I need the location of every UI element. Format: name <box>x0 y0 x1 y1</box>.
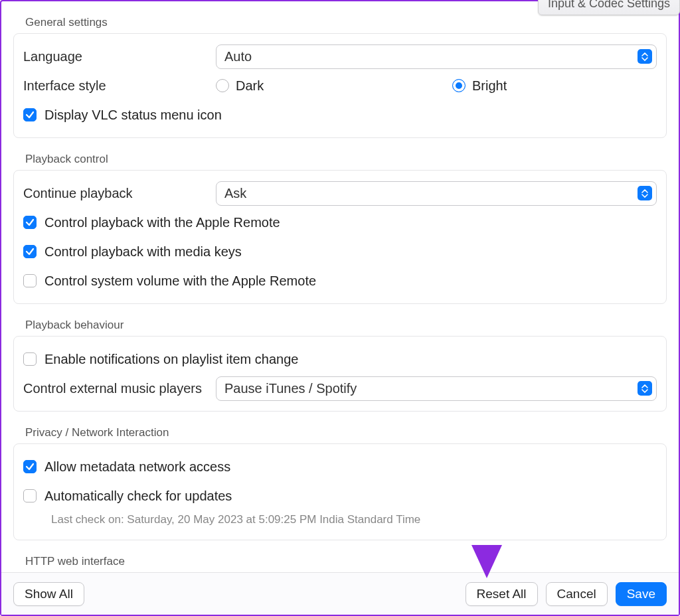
row-interface-style: Interface style Dark Bright <box>23 71 657 100</box>
section-body-general: Language Auto Interface style <box>13 33 667 138</box>
row-notifications[interactable]: Enable notifications on playlist item ch… <box>23 345 657 374</box>
radio-icon <box>216 79 229 92</box>
interface-style-bright[interactable]: Bright <box>452 78 507 94</box>
chevron-up-down-icon <box>638 381 652 396</box>
continue-playback-label: Continue playback <box>23 186 216 201</box>
button-label: Reset All <box>477 587 527 601</box>
checkbox-icon <box>23 216 37 229</box>
section-privacy: Privacy / Network Interaction Allow meta… <box>13 416 667 540</box>
notifications-label: Enable notifications on playlist item ch… <box>44 352 298 367</box>
apple-remote-label: Control playback with the Apple Remote <box>44 215 280 230</box>
section-playback-behaviour: Playback behaviour Enable notifications … <box>13 308 667 412</box>
radio-label-dark: Dark <box>236 78 264 94</box>
row-external-players: Control external music players Pause iTu… <box>23 374 657 403</box>
preferences-window: Input & Codec Settings General settings … <box>0 0 680 616</box>
chevron-up-down-icon <box>638 186 652 200</box>
tab-label: Input & Codec Settings <box>548 0 670 10</box>
checkbox-icon <box>23 245 37 258</box>
language-select[interactable]: Auto <box>216 44 657 69</box>
checkbox-icon <box>23 460 37 473</box>
button-label: Cancel <box>557 587 596 601</box>
last-check-hint: Last check on: Saturday, 20 May 2023 at … <box>23 510 657 532</box>
checkbox-icon <box>23 352 37 366</box>
row-apple-remote[interactable]: Control playback with the Apple Remote <box>23 208 657 237</box>
reset-all-button[interactable]: Reset All <box>466 582 538 606</box>
external-players-value: Pause iTunes / Spotify <box>224 381 638 396</box>
tab-input-codec[interactable]: Input & Codec Settings <box>538 0 680 15</box>
system-volume-label: Control system volume with the Apple Rem… <box>44 273 316 289</box>
interface-style-dark[interactable]: Dark <box>216 78 419 94</box>
checkbox-icon <box>23 489 37 502</box>
radio-icon <box>452 79 466 92</box>
section-body-playback-behaviour: Enable notifications on playlist item ch… <box>13 336 667 412</box>
continue-playback-select[interactable]: Ask <box>216 181 657 206</box>
show-all-button[interactable]: Show All <box>13 582 84 606</box>
section-general: General settings Language Auto <box>13 5 667 138</box>
row-system-volume[interactable]: Control system volume with the Apple Rem… <box>23 266 657 295</box>
row-continue-playback: Continue playback Ask <box>23 179 657 208</box>
button-label: Save <box>627 587 655 601</box>
section-http: HTTP web interface Enable HTTP web inter… <box>13 544 667 572</box>
interface-style-radio-group: Dark Bright <box>216 78 657 94</box>
media-keys-label: Control playback with media keys <box>44 244 242 260</box>
section-body-privacy: Allow metadata network access Automatica… <box>13 443 667 540</box>
language-label: Language <box>23 49 216 64</box>
checkbox-icon <box>23 108 37 121</box>
row-status-menu-icon[interactable]: Display VLC status menu icon <box>23 100 657 129</box>
section-title-privacy: Privacy / Network Interaction <box>13 416 667 443</box>
section-title-playback-behaviour: Playback behaviour <box>13 308 667 336</box>
button-label: Show All <box>25 587 73 601</box>
interface-style-label: Interface style <box>23 78 216 94</box>
external-players-select[interactable]: Pause iTunes / Spotify <box>216 376 657 401</box>
settings-scroll-area: General settings Language Auto <box>1 1 679 572</box>
row-media-keys[interactable]: Control playback with media keys <box>23 237 657 266</box>
cancel-button[interactable]: Cancel <box>546 582 608 606</box>
updates-label: Automatically check for updates <box>44 489 232 504</box>
section-body-playback-control: Continue playback Ask <box>13 170 667 304</box>
radio-label-bright: Bright <box>472 78 507 94</box>
language-value: Auto <box>224 49 638 64</box>
chevron-up-down-icon <box>638 49 652 64</box>
section-playback-control: Playback control Continue playback Ask <box>13 142 667 304</box>
section-title-http: HTTP web interface <box>13 544 667 572</box>
save-button[interactable]: Save <box>616 582 667 606</box>
status-menu-icon-label: Display VLC status menu icon <box>44 108 222 123</box>
section-title-playback-control: Playback control <box>13 142 667 170</box>
row-language: Language Auto <box>23 42 657 71</box>
row-updates[interactable]: Automatically check for updates <box>23 481 657 510</box>
metadata-label: Allow metadata network access <box>44 459 230 475</box>
checkbox-icon <box>23 274 37 287</box>
row-metadata[interactable]: Allow metadata network access <box>23 452 657 481</box>
footer-bar: Show All Reset All Cancel Save <box>1 572 679 615</box>
external-players-label: Control external music players <box>23 381 216 396</box>
continue-playback-value: Ask <box>224 186 638 201</box>
